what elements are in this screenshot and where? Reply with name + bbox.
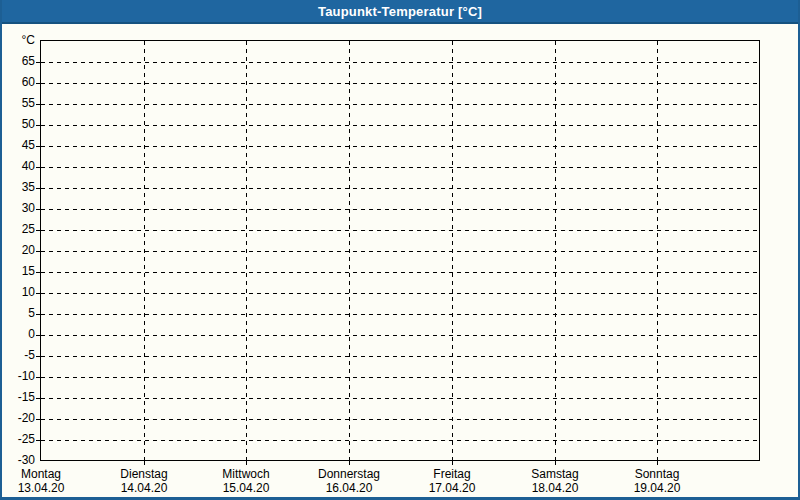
y-tick-mark bbox=[36, 272, 40, 273]
x-tick-mark bbox=[452, 460, 453, 465]
y-axis-unit-label: °C bbox=[2, 33, 35, 47]
y-tick-label: 60 bbox=[2, 75, 35, 89]
y-tick-mark bbox=[36, 209, 40, 210]
y-tick-label: 40 bbox=[2, 159, 35, 173]
horizontal-gridline bbox=[41, 104, 759, 105]
horizontal-gridline bbox=[41, 83, 759, 84]
x-date-label: 18.04.20 bbox=[505, 482, 605, 495]
y-tick-label: 20 bbox=[2, 243, 35, 257]
vertical-gridline bbox=[452, 41, 453, 460]
y-tick-mark bbox=[36, 419, 40, 420]
x-tick-label: Mittwoch15.04.20 bbox=[196, 468, 296, 495]
y-tick-mark bbox=[36, 188, 40, 189]
y-tick-label: -30 bbox=[2, 453, 35, 467]
y-tick-label: -5 bbox=[2, 348, 35, 362]
chart-title: Taupunkt-Temperatur [°C] bbox=[318, 4, 482, 19]
y-tick-mark bbox=[36, 398, 40, 399]
y-tick-label: 50 bbox=[2, 117, 35, 131]
x-tick-label: Dienstag14.04.20 bbox=[94, 468, 194, 495]
x-date-label: 13.04.20 bbox=[0, 482, 91, 495]
x-date-label: 17.04.20 bbox=[402, 482, 502, 495]
y-tick-label: -15 bbox=[2, 390, 35, 404]
x-tick-label: Sonntag19.04.20 bbox=[607, 468, 707, 495]
vertical-gridline bbox=[349, 41, 350, 460]
horizontal-gridline bbox=[41, 272, 759, 273]
y-tick-mark bbox=[36, 104, 40, 105]
y-tick-label: 5 bbox=[2, 306, 35, 320]
horizontal-gridline bbox=[41, 419, 759, 420]
x-axis: Montag13.04.20Dienstag14.04.20Mittwoch15… bbox=[41, 468, 760, 500]
y-tick-label: 45 bbox=[2, 138, 35, 152]
y-tick-label: 30 bbox=[2, 201, 35, 215]
y-tick-mark bbox=[36, 293, 40, 294]
horizontal-gridline bbox=[41, 377, 759, 378]
y-tick-label: 35 bbox=[2, 180, 35, 194]
y-tick-label: 25 bbox=[2, 222, 35, 236]
horizontal-gridline bbox=[41, 440, 759, 441]
y-tick-mark bbox=[36, 146, 40, 147]
x-day-label: Mittwoch bbox=[196, 468, 296, 481]
y-tick-label: 10 bbox=[2, 285, 35, 299]
x-tick-mark bbox=[144, 460, 145, 465]
vertical-gridline bbox=[657, 41, 658, 460]
horizontal-gridline bbox=[41, 230, 759, 231]
chart-canvas: °C65605550454035302520151050-5-10-15-20-… bbox=[2, 24, 798, 497]
x-day-label: Dienstag bbox=[94, 468, 194, 481]
x-tick-mark bbox=[349, 460, 350, 465]
x-day-label: Samstag bbox=[505, 468, 605, 481]
y-tick-label: -20 bbox=[2, 411, 35, 425]
title-bar: Taupunkt-Temperatur [°C] bbox=[2, 0, 798, 24]
x-tick-mark bbox=[657, 460, 658, 465]
y-axis: °C65605550454035302520151050-5-10-15-20-… bbox=[2, 40, 35, 461]
y-tick-mark bbox=[36, 167, 40, 168]
y-tick-mark bbox=[36, 440, 40, 441]
x-tick-label: Donnerstag16.04.20 bbox=[299, 468, 399, 495]
x-day-label: Sonntag bbox=[607, 468, 707, 481]
x-date-label: 15.04.20 bbox=[196, 482, 296, 495]
y-tick-mark bbox=[36, 356, 40, 357]
y-tick-mark bbox=[36, 335, 40, 336]
horizontal-gridline bbox=[41, 251, 759, 252]
horizontal-gridline bbox=[41, 146, 759, 147]
y-tick-label: 65 bbox=[2, 54, 35, 68]
horizontal-gridline bbox=[41, 314, 759, 315]
y-tick-mark bbox=[36, 314, 40, 315]
horizontal-gridline bbox=[41, 167, 759, 168]
x-tick-mark bbox=[246, 460, 247, 465]
y-tick-mark bbox=[36, 251, 40, 252]
horizontal-gridline bbox=[41, 356, 759, 357]
x-tick-mark bbox=[555, 460, 556, 465]
y-tick-label: 55 bbox=[2, 96, 35, 110]
horizontal-gridline bbox=[41, 293, 759, 294]
horizontal-gridline bbox=[41, 188, 759, 189]
horizontal-gridline bbox=[41, 209, 759, 210]
x-date-label: 16.04.20 bbox=[299, 482, 399, 495]
x-tick-label: Samstag18.04.20 bbox=[505, 468, 605, 495]
x-day-label: Montag bbox=[0, 468, 91, 481]
vertical-gridline bbox=[555, 41, 556, 460]
x-date-label: 19.04.20 bbox=[607, 482, 707, 495]
vertical-gridline bbox=[246, 41, 247, 460]
y-tick-label: -25 bbox=[2, 432, 35, 446]
plot-area bbox=[40, 40, 760, 461]
horizontal-gridline bbox=[41, 335, 759, 336]
vertical-gridline bbox=[144, 41, 145, 460]
horizontal-gridline bbox=[41, 125, 759, 126]
x-date-label: 14.04.20 bbox=[94, 482, 194, 495]
x-day-label: Donnerstag bbox=[299, 468, 399, 481]
x-day-label: Freitag bbox=[402, 468, 502, 481]
chart-window: Taupunkt-Temperatur [°C] °C6560555045403… bbox=[0, 0, 800, 500]
horizontal-gridline bbox=[41, 62, 759, 63]
y-tick-mark bbox=[36, 62, 40, 63]
y-tick-label: -10 bbox=[2, 369, 35, 383]
x-tick-label: Montag13.04.20 bbox=[0, 468, 91, 495]
y-tick-label: 15 bbox=[2, 264, 35, 278]
horizontal-gridline bbox=[41, 398, 759, 399]
x-tick-label: Freitag17.04.20 bbox=[402, 468, 502, 495]
y-tick-mark bbox=[36, 83, 40, 84]
y-tick-mark bbox=[36, 230, 40, 231]
y-tick-mark bbox=[36, 377, 40, 378]
y-tick-label: 0 bbox=[2, 327, 35, 341]
y-tick-mark bbox=[36, 125, 40, 126]
